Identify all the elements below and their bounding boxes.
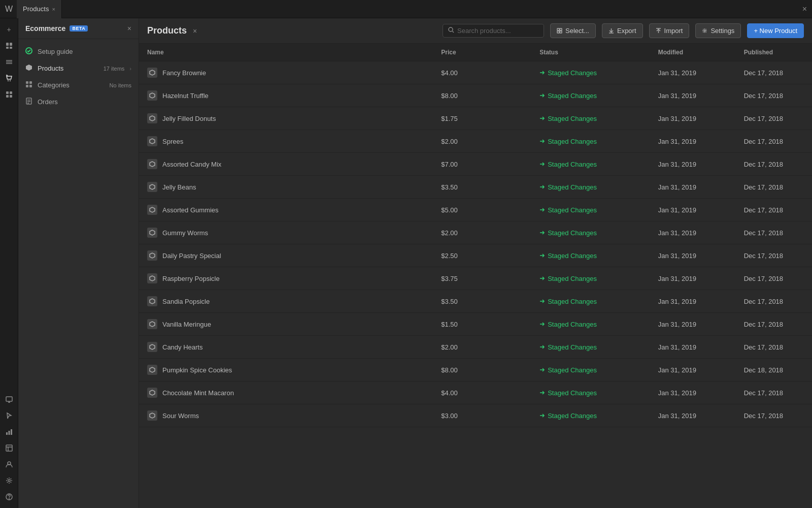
add-icon[interactable]: + bbox=[2, 22, 16, 37]
product-modified: Jan 31, 2019 bbox=[650, 382, 736, 404]
product-price: $1.50 bbox=[433, 313, 531, 336]
product-price: $1.75 bbox=[433, 107, 531, 130]
svg-rect-28 bbox=[29, 81, 32, 84]
column-header-name: Name bbox=[139, 44, 433, 61]
help-icon[interactable] bbox=[2, 490, 16, 504]
table-row[interactable]: Fancy Brownie $4.00 Staged Changes Jan 3… bbox=[139, 61, 812, 84]
product-modified: Jan 31, 2019 bbox=[650, 130, 736, 153]
table-row[interactable]: Sandia Popsicle $3.50 Staged Changes Jan… bbox=[139, 290, 812, 313]
product-modified: Jan 31, 2019 bbox=[650, 199, 736, 221]
svg-rect-29 bbox=[26, 85, 28, 87]
table-row[interactable]: Jelly Beans $3.50 Staged Changes Jan 31,… bbox=[139, 176, 812, 199]
select-label: Select... bbox=[565, 27, 589, 35]
svg-rect-13 bbox=[6, 397, 12, 401]
preview-icon[interactable] bbox=[2, 392, 16, 406]
export-button[interactable]: Export bbox=[602, 23, 643, 38]
products-count: 17 items bbox=[104, 66, 125, 72]
table-row[interactable]: Vanilla Meringue $1.50 Staged Changes Ja… bbox=[139, 313, 812, 336]
table-row[interactable]: Jelly Filled Donuts $1.75 Staged Changes… bbox=[139, 107, 812, 130]
column-header-published: Published bbox=[736, 44, 796, 61]
product-status: Staged Changes bbox=[539, 343, 642, 351]
page-title: Products bbox=[147, 25, 187, 36]
product-modified: Jan 31, 2019 bbox=[650, 61, 736, 84]
layers-icon[interactable] bbox=[2, 55, 16, 69]
product-status: Staged Changes bbox=[539, 115, 642, 122]
cms-icon[interactable] bbox=[2, 441, 16, 455]
svg-point-35 bbox=[449, 27, 453, 31]
product-status: Staged Changes bbox=[539, 92, 642, 100]
sidebar-header: Ecommerce BETA × bbox=[18, 18, 139, 39]
table-row[interactable]: Gummy Worms $2.00 Staged Changes Jan 31,… bbox=[139, 221, 812, 244]
shop-icon[interactable] bbox=[2, 71, 16, 85]
status-text: Staged Changes bbox=[548, 92, 597, 100]
svg-rect-10 bbox=[10, 91, 12, 94]
top-bar: W Products × × bbox=[0, 0, 812, 18]
import-button[interactable]: Import bbox=[649, 23, 690, 38]
sidebar-item-setup-guide[interactable]: Setup guide bbox=[18, 43, 139, 60]
product-published: Dec 18, 2018 bbox=[736, 359, 796, 382]
select-button[interactable]: Select... bbox=[550, 23, 596, 38]
settings-button[interactable]: Settings bbox=[695, 23, 741, 38]
table-row[interactable]: Hazelnut Truffle $8.00 Staged Changes Ja… bbox=[139, 84, 812, 107]
product-status: Staged Changes bbox=[539, 161, 642, 168]
product-icon bbox=[147, 113, 157, 123]
panel-close-icon[interactable]: × bbox=[193, 27, 197, 35]
product-name: Candy Hearts bbox=[162, 343, 202, 351]
table-row[interactable]: Raspberry Popsicle $3.75 Staged Changes … bbox=[139, 267, 812, 290]
table-row[interactable]: Assorted Gummies $5.00 Staged Changes Ja… bbox=[139, 199, 812, 221]
column-header-pin bbox=[796, 44, 812, 61]
sidebar-item-orders[interactable]: Orders bbox=[18, 93, 139, 110]
svg-rect-19 bbox=[6, 445, 12, 451]
search-input[interactable] bbox=[457, 27, 538, 35]
svg-line-36 bbox=[453, 31, 454, 33]
product-published: Dec 17, 2018 bbox=[736, 107, 796, 130]
beta-badge: BETA bbox=[70, 25, 88, 31]
product-status: Staged Changes bbox=[539, 389, 642, 397]
search-icon bbox=[448, 27, 454, 35]
product-published: Dec 17, 2018 bbox=[736, 244, 796, 267]
search-box[interactable] bbox=[443, 24, 544, 38]
pages-icon[interactable] bbox=[2, 39, 16, 53]
product-pin bbox=[796, 153, 812, 176]
analytics-icon[interactable] bbox=[2, 425, 16, 439]
product-status: Staged Changes bbox=[539, 366, 642, 374]
tab-close-icon[interactable]: × bbox=[52, 6, 55, 12]
users-icon[interactable] bbox=[2, 457, 16, 471]
components-icon[interactable] bbox=[2, 87, 16, 102]
status-text: Staged Changes bbox=[548, 252, 597, 260]
products-tab[interactable]: Products × bbox=[17, 0, 62, 18]
table-row[interactable]: Candy Hearts $2.00 Staged Changes Jan 31… bbox=[139, 336, 812, 359]
product-pin bbox=[796, 176, 812, 199]
table-row[interactable]: Sour Worms $3.00 Staged Changes Jan 31, … bbox=[139, 404, 812, 427]
sidebar-item-categories[interactable]: Categories No items bbox=[18, 77, 139, 93]
sidebar-item-products[interactable]: Products 17 items › bbox=[18, 60, 139, 77]
product-icon bbox=[147, 388, 157, 398]
product-modified: Jan 31, 2019 bbox=[650, 290, 736, 313]
table-row[interactable]: Pumpkin Spice Cookies $8.00 Staged Chang… bbox=[139, 359, 812, 382]
svg-rect-0 bbox=[6, 43, 9, 46]
table-row[interactable]: Sprees $2.00 Staged Changes Jan 31, 2019… bbox=[139, 130, 812, 153]
product-published: Dec 17, 2018 bbox=[736, 153, 796, 176]
svg-point-23 bbox=[8, 480, 10, 482]
new-product-button[interactable]: + New Product bbox=[747, 23, 804, 38]
product-status: Staged Changes bbox=[539, 321, 642, 328]
table-row[interactable]: Daily Pastry Special $2.50 Staged Change… bbox=[139, 244, 812, 267]
status-text: Staged Changes bbox=[548, 69, 597, 77]
svg-point-25 bbox=[9, 499, 9, 499]
product-icon bbox=[147, 68, 157, 78]
main-layout: + bbox=[0, 18, 812, 508]
product-name: Jelly Filled Donuts bbox=[162, 115, 216, 122]
product-pin bbox=[796, 267, 812, 290]
product-name: Pumpkin Spice Cookies bbox=[162, 366, 232, 374]
select-icon[interactable] bbox=[2, 408, 16, 423]
product-status: Staged Changes bbox=[539, 206, 642, 214]
table-row[interactable]: Chocolate Mint Macaron $4.00 Staged Chan… bbox=[139, 382, 812, 404]
app-logo: W bbox=[5, 5, 13, 14]
window-close-icon[interactable]: × bbox=[802, 5, 807, 14]
sidebar-close-button[interactable]: × bbox=[127, 24, 131, 33]
product-published: Dec 17, 2018 bbox=[736, 382, 796, 404]
table-row[interactable]: Assorted Candy Mix $7.00 Staged Changes … bbox=[139, 153, 812, 176]
product-modified: Jan 31, 2019 bbox=[650, 404, 736, 427]
settings-gear-icon[interactable] bbox=[2, 473, 16, 488]
status-text: Staged Changes bbox=[548, 343, 597, 351]
